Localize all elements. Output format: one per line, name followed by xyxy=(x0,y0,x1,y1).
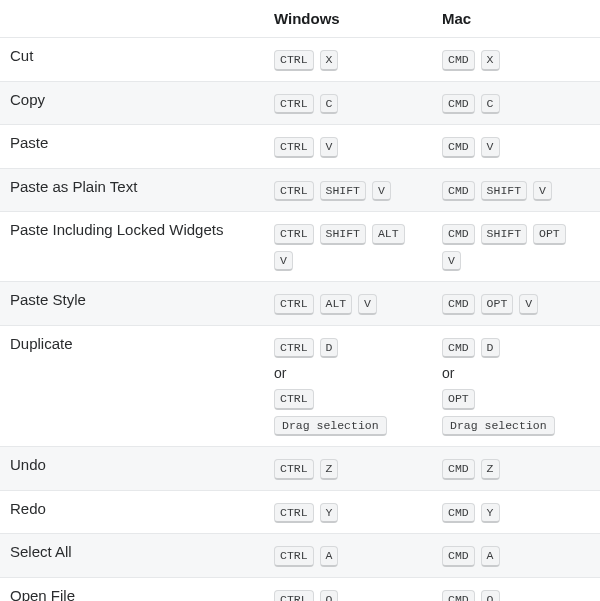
table-row: Select AllCTRL A CMD A xyxy=(0,534,600,578)
key-combo: CTRL C xyxy=(274,94,340,110)
key-cmd: CMD xyxy=(442,50,475,71)
table-row: Open FileCTRL O CMD O xyxy=(0,577,600,601)
key-o: O xyxy=(320,590,339,602)
key-combo: CTRL Drag selection xyxy=(274,389,389,432)
key-opt: OPT xyxy=(481,294,514,315)
key-combo: CMD D xyxy=(442,338,502,354)
table-row: DuplicateCTRL D orCTRL Drag selection CM… xyxy=(0,325,600,447)
key-v: V xyxy=(519,294,538,315)
windows-shortcut: CTRL O xyxy=(264,577,432,601)
windows-shortcut: CTRL A xyxy=(264,534,432,578)
key-ctrl: CTRL xyxy=(274,338,314,359)
key-ctrl: CTRL xyxy=(274,503,314,524)
key-combo: CTRL SHIFT ALT V xyxy=(274,224,407,267)
key-drag-selection: Drag selection xyxy=(274,416,387,437)
key-a: A xyxy=(481,546,500,567)
key-x: X xyxy=(481,50,500,71)
key-ctrl: CTRL xyxy=(274,389,314,410)
key-cmd: CMD xyxy=(442,137,475,158)
key-ctrl: CTRL xyxy=(274,50,314,71)
key-d: D xyxy=(320,338,339,359)
table-row: Paste as Plain TextCTRL SHIFT V CMD SHIF… xyxy=(0,168,600,212)
key-x: X xyxy=(320,50,339,71)
key-shift: SHIFT xyxy=(320,224,367,245)
windows-shortcut: CTRL SHIFT ALT V xyxy=(264,212,432,282)
windows-shortcut: CTRL C xyxy=(264,81,432,125)
table-header-row: Windows Mac xyxy=(0,0,600,38)
action-name: Duplicate xyxy=(0,325,264,447)
key-shift: SHIFT xyxy=(481,181,528,202)
key-combo: CMD C xyxy=(442,94,502,110)
action-name: Paste Style xyxy=(0,282,264,326)
key-cmd: CMD xyxy=(442,338,475,359)
table-row: Paste StyleCTRL ALT V CMD OPT V xyxy=(0,282,600,326)
action-name: Copy xyxy=(0,81,264,125)
key-cmd: CMD xyxy=(442,590,475,602)
key-ctrl: CTRL xyxy=(274,181,314,202)
key-c: C xyxy=(481,94,500,115)
key-combo: CMD OPT V xyxy=(442,294,540,310)
table-row: CutCTRL X CMD X xyxy=(0,38,600,82)
key-alt: ALT xyxy=(372,224,405,245)
key-ctrl: CTRL xyxy=(274,94,314,115)
key-z: Z xyxy=(481,459,500,480)
mac-shortcut: CMD SHIFT OPT V xyxy=(432,212,600,282)
col-header-action xyxy=(0,0,264,38)
action-name: Cut xyxy=(0,38,264,82)
table-row: PasteCTRL V CMD V xyxy=(0,125,600,169)
key-c: C xyxy=(320,94,339,115)
windows-shortcut: CTRL Z xyxy=(264,447,432,491)
key-ctrl: CTRL xyxy=(274,459,314,480)
key-cmd: CMD xyxy=(442,224,475,245)
windows-shortcut: CTRL ALT V xyxy=(264,282,432,326)
shortcuts-table: Windows Mac CutCTRL X CMD X CopyCTRL C C… xyxy=(0,0,600,601)
key-combo: CMD X xyxy=(442,50,502,66)
key-combo: CTRL Z xyxy=(274,459,340,475)
key-combo: CTRL X xyxy=(274,50,340,66)
key-ctrl: CTRL xyxy=(274,546,314,567)
action-name: Redo xyxy=(0,490,264,534)
table-row: UndoCTRL Z CMD Z xyxy=(0,447,600,491)
mac-shortcut: CMD OPT V xyxy=(432,282,600,326)
key-z: Z xyxy=(320,459,339,480)
key-ctrl: CTRL xyxy=(274,590,314,602)
key-drag-selection: Drag selection xyxy=(442,416,555,437)
windows-shortcut: CTRL Y xyxy=(264,490,432,534)
table-row: RedoCTRL Y CMD Y xyxy=(0,490,600,534)
key-d: D xyxy=(481,338,500,359)
key-a: A xyxy=(320,546,339,567)
key-combo: OPT Drag selection xyxy=(442,389,557,432)
key-combo: CMD SHIFT OPT V xyxy=(442,224,568,267)
key-cmd: CMD xyxy=(442,94,475,115)
mac-shortcut: CMD Z xyxy=(432,447,600,491)
key-cmd: CMD xyxy=(442,546,475,567)
key-combo: CTRL V xyxy=(274,137,340,153)
action-name: Paste xyxy=(0,125,264,169)
mac-shortcut: CMD Y xyxy=(432,490,600,534)
action-name: Undo xyxy=(0,447,264,491)
key-combo: CMD Z xyxy=(442,459,502,475)
key-v: V xyxy=(481,137,500,158)
key-cmd: CMD xyxy=(442,503,475,524)
key-combo: CMD SHIFT V xyxy=(442,181,554,197)
key-combo: CTRL A xyxy=(274,546,340,562)
key-cmd: CMD xyxy=(442,459,475,480)
key-v: V xyxy=(358,294,377,315)
key-combo: CMD Y xyxy=(442,503,502,519)
key-y: Y xyxy=(320,503,339,524)
key-shift: SHIFT xyxy=(320,181,367,202)
col-header-windows: Windows xyxy=(264,0,432,38)
mac-shortcut: CMD C xyxy=(432,81,600,125)
key-combo: CMD A xyxy=(442,546,502,562)
action-name: Paste Including Locked Widgets xyxy=(0,212,264,282)
table-row: Paste Including Locked WidgetsCTRL SHIFT… xyxy=(0,212,600,282)
key-ctrl: CTRL xyxy=(274,224,314,245)
mac-shortcut: CMD X xyxy=(432,38,600,82)
mac-shortcut: CMD A xyxy=(432,534,600,578)
action-name: Select All xyxy=(0,534,264,578)
key-combo: CTRL SHIFT V xyxy=(274,181,393,197)
key-ctrl: CTRL xyxy=(274,137,314,158)
mac-shortcut: CMD O xyxy=(432,577,600,601)
key-opt: OPT xyxy=(442,389,475,410)
key-combo: CTRL Y xyxy=(274,503,340,519)
